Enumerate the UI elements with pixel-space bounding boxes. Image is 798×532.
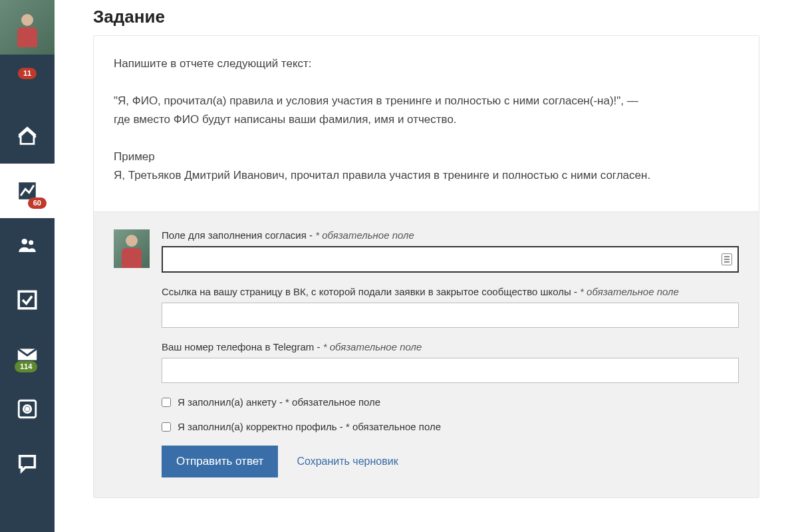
task-quote: "Я, ФИО, прочитал(а) правила и условия у…: [114, 92, 739, 110]
home-icon: [16, 125, 39, 148]
nav-community[interactable]: [0, 218, 55, 273]
vk-link-input[interactable]: [162, 303, 739, 328]
chat-icon: [16, 452, 39, 475]
telegram-field-label: Ваш номер телефона в Telegram - * обязат…: [162, 341, 739, 352]
nav-messages[interactable]: 114: [0, 327, 55, 382]
commenter-avatar: [114, 229, 150, 268]
svg-point-2: [29, 240, 33, 245]
task-quote-note: где вместо ФИО будут написаны ваши фамил…: [114, 110, 739, 129]
filled-form-checkbox[interactable]: [162, 398, 171, 407]
main-content: Задание Напишите в отчете следующий текс…: [55, 0, 798, 532]
filled-profile-checkbox[interactable]: [162, 422, 171, 432]
svg-rect-3: [19, 291, 36, 309]
nav-safe[interactable]: [0, 382, 55, 436]
sidebar-avatar[interactable]: [0, 0, 55, 55]
svg-point-1: [22, 239, 28, 245]
nav-chat[interactable]: [0, 436, 55, 491]
notifications-badge: 11: [18, 68, 37, 79]
nav-home[interactable]: [0, 109, 55, 164]
people-icon: [16, 234, 39, 257]
task-example-text: Я, Третьяков Дмитрий Иванович, прочитал …: [114, 166, 739, 185]
consent-input[interactable]: [162, 246, 739, 273]
task-card: Напишите в отчете следующий текст: "Я, Ф…: [93, 35, 759, 498]
nav-notifications[interactable]: 11: [0, 55, 55, 109]
messages-badge: 114: [15, 361, 37, 372]
answer-form: Поле для заполнения согласия - * обязате…: [94, 211, 759, 497]
sidebar: 11 60 114: [0, 0, 55, 532]
task-intro: Напишите в отчете следующий текст:: [114, 55, 739, 73]
vk-link-field-label: Ссылка на вашу страницу в ВК, с которой …: [162, 286, 739, 297]
task-heading: Задание: [93, 0, 759, 35]
clipboard-icon: [722, 253, 732, 265]
task-example-label: Пример: [114, 148, 739, 166]
person-icon: [16, 14, 39, 46]
person-icon: [120, 235, 143, 267]
task-description: Напишите в отчете следующий текст: "Я, Ф…: [94, 36, 759, 211]
save-draft-link[interactable]: Сохранить черновик: [297, 456, 398, 467]
submit-button[interactable]: Отправить ответ: [162, 446, 278, 477]
nav-tasks[interactable]: [0, 273, 55, 327]
safe-icon: [16, 398, 39, 420]
telegram-input[interactable]: [162, 358, 739, 383]
consent-field-label: Поле для заполнения согласия - * обязате…: [162, 229, 739, 241]
filled-profile-label: Я заполнил(а) корректно профиль - * обяз…: [178, 421, 441, 432]
analytics-badge: 60: [28, 198, 47, 209]
filled-form-label: Я заполнил(а) анкету - * обязательное по…: [178, 396, 380, 408]
checkbox-icon: [16, 289, 39, 311]
nav-analytics[interactable]: 60: [0, 164, 55, 218]
svg-point-6: [26, 408, 29, 410]
